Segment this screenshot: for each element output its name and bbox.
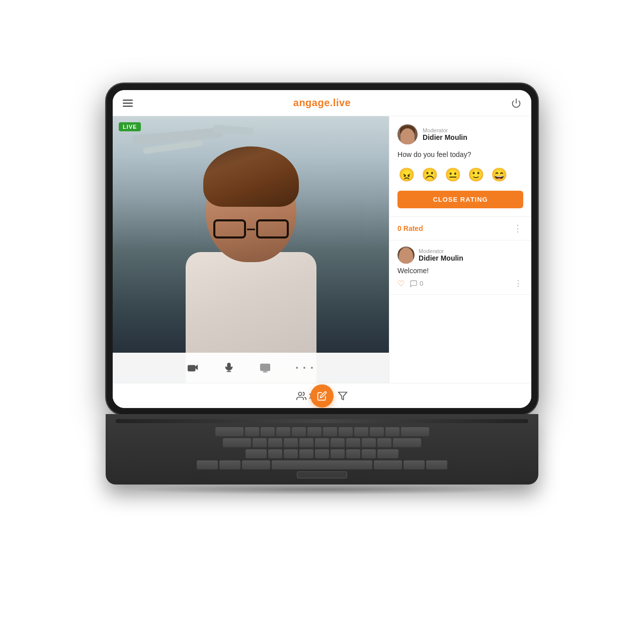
chat-avatar (397, 247, 415, 264)
key-w[interactable] (261, 427, 275, 436)
key-t[interactable] (307, 427, 321, 436)
question-text: How do you feel today? (397, 150, 523, 158)
trackpad[interactable] (297, 471, 347, 478)
rated-section: 0 Rated ⋮ (389, 217, 531, 240)
heart-icon[interactable]: ♡ (397, 279, 405, 288)
key-ctrl-left[interactable] (197, 460, 218, 469)
key-q[interactable] (245, 427, 259, 436)
microphone-icon[interactable] (223, 362, 234, 373)
video-person (166, 141, 337, 383)
comment-area[interactable]: 0 (410, 280, 423, 288)
moderator-name: Didier Moulin (423, 133, 467, 141)
fab-edit-button[interactable] (310, 384, 334, 408)
key-option-right[interactable] (404, 460, 425, 469)
video-area: LIVE (113, 116, 389, 383)
key-x[interactable] (284, 449, 298, 458)
chat-messages: Moderator Didier Moulin Welcome! ♡ (389, 240, 531, 383)
top-bar: angage.live (113, 90, 531, 116)
key-y[interactable] (323, 427, 337, 436)
close-rating-button[interactable]: CLOSE RATING (397, 191, 523, 208)
key-tab[interactable] (215, 427, 244, 436)
key-b[interactable] (331, 449, 345, 458)
video-background: LIVE (113, 116, 389, 383)
screen-share-icon[interactable] (260, 362, 271, 373)
emoji-very-happy[interactable]: 😄 (490, 166, 508, 184)
glasses-right-lens (256, 219, 289, 238)
svg-point-10 (298, 392, 302, 395)
key-j[interactable] (346, 438, 360, 447)
chat-more-dots-icon[interactable]: ⋮ (514, 279, 523, 288)
key-o[interactable] (370, 427, 384, 436)
main-content: LIVE (113, 116, 531, 383)
filter-button[interactable] (338, 391, 348, 401)
key-ctrl-right[interactable] (426, 460, 447, 469)
key-z[interactable] (268, 449, 282, 458)
glasses-bridge (247, 229, 255, 230)
key-k[interactable] (362, 438, 376, 447)
keyboard-hinge (116, 419, 528, 423)
chat-moderator-label: Moderator (419, 248, 463, 254)
key-row-3 (116, 449, 528, 458)
key-shift-left[interactable] (246, 449, 267, 458)
key-r[interactable] (292, 427, 306, 436)
key-backspace[interactable] (401, 427, 429, 436)
key-option-left[interactable] (219, 460, 240, 469)
camera-icon[interactable] (187, 362, 198, 373)
chat-msg-header: Moderator Didier Moulin (397, 247, 523, 264)
key-e[interactable] (276, 427, 290, 436)
person-hair (203, 146, 299, 207)
live-badge: LIVE (119, 122, 141, 131)
key-n[interactable] (346, 449, 360, 458)
svg-rect-1 (188, 365, 195, 371)
keyboard-keys (116, 427, 528, 469)
key-u[interactable] (339, 427, 353, 436)
keyboard-dock (106, 414, 538, 485)
key-p[interactable] (385, 427, 399, 436)
key-c[interactable] (299, 449, 313, 458)
key-i[interactable] (354, 427, 368, 436)
key-g[interactable] (315, 438, 329, 447)
emoji-sad[interactable]: ☹️ (421, 166, 439, 184)
right-panel: Moderator Didier Moulin How do you feel … (389, 116, 531, 383)
rated-more-dots-icon[interactable]: ⋮ (513, 223, 523, 234)
key-caps[interactable] (223, 438, 251, 447)
chat-action-left: ♡ 0 (397, 279, 423, 288)
key-v[interactable] (315, 449, 329, 458)
key-d[interactable] (284, 438, 298, 447)
rating-section: Moderator Didier Moulin How do you feel … (389, 116, 531, 217)
emoji-neutral[interactable]: 😐 (444, 166, 462, 184)
menu-icon[interactable] (123, 100, 133, 107)
emoji-row: 😠 ☹️ 😐 🙂 😄 (397, 166, 523, 184)
chat-msg-actions: ♡ 0 ⋮ (397, 279, 523, 288)
key-command-right[interactable] (374, 460, 402, 469)
key-shift-right[interactable] (377, 449, 398, 458)
glasses-frame (211, 219, 291, 239)
person-glasses (211, 219, 291, 239)
rated-count: 0 Rated (397, 224, 423, 232)
key-l[interactable] (377, 438, 391, 447)
more-options-icon[interactable]: • • • (296, 364, 314, 372)
power-icon[interactable] (511, 98, 521, 108)
comment-count: 0 (420, 280, 423, 287)
key-space[interactable] (272, 460, 372, 469)
emoji-angry[interactable]: 😠 (397, 166, 416, 184)
tablet-screen: angage.live (113, 90, 531, 408)
key-h[interactable] (331, 438, 345, 447)
emoji-happy[interactable]: 🙂 (467, 166, 485, 184)
tablet-body: angage.live (106, 83, 538, 415)
bottom-toolbar: 1 (113, 383, 531, 408)
key-s[interactable] (268, 438, 282, 447)
key-row-4 (116, 460, 528, 469)
device-shadow (126, 485, 518, 495)
glasses-left-lens (213, 219, 246, 238)
moderator-header: Moderator Didier Moulin (397, 124, 523, 144)
key-f[interactable] (299, 438, 313, 447)
key-a[interactable] (253, 438, 267, 447)
key-m[interactable] (362, 449, 376, 458)
chat-message-text: Welcome! (397, 267, 523, 275)
key-command-left[interactable] (242, 460, 270, 469)
tablet-device: angage.live (96, 83, 548, 561)
chat-moderator-info: Moderator Didier Moulin (419, 248, 463, 262)
chat-moderator-name: Didier Moulin (419, 254, 463, 262)
key-enter[interactable] (393, 438, 421, 447)
